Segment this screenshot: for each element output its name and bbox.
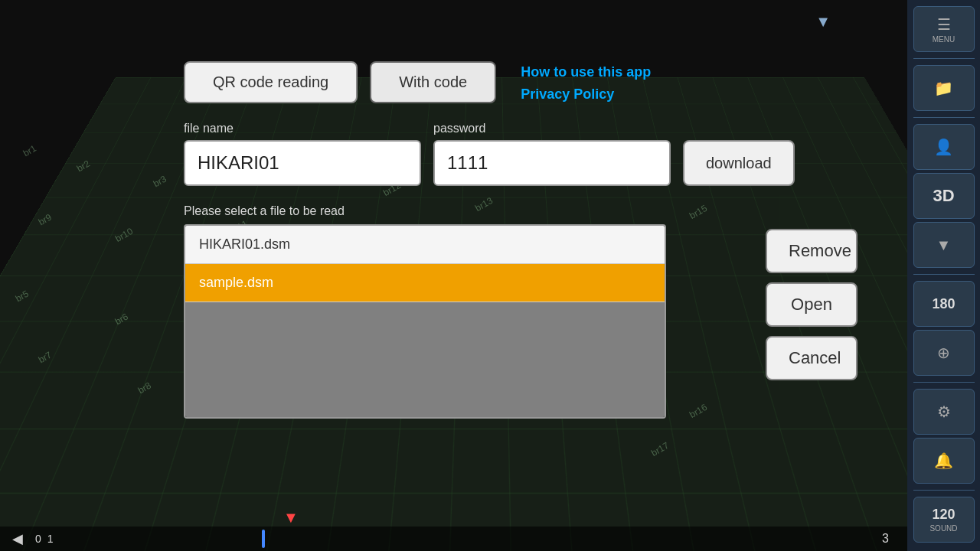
sidebar-divider-5 (913, 490, 975, 491)
arrow-down-icon: ▼ (936, 236, 952, 254)
sound-level-button[interactable]: 120 SOUND (913, 497, 975, 543)
sound-level: 120 (932, 507, 955, 523)
action-buttons: Remove Open Cancel (766, 204, 858, 380)
sidebar-divider-3 (913, 274, 975, 275)
progress-indicator (262, 530, 265, 548)
crosshair-button[interactable]: ⊕ (913, 330, 975, 376)
person-button[interactable]: 👤 (913, 124, 975, 170)
file-list-empty-area[interactable] (185, 302, 665, 417)
remove-button[interactable]: Remove (766, 229, 858, 273)
hamburger-icon: ☰ (937, 15, 951, 34)
password-input[interactable] (433, 140, 671, 186)
compass-num: 180 (932, 296, 955, 312)
down-arrow-red: ▼ (283, 509, 299, 527)
password-label: password (433, 122, 671, 135)
sidebar-divider-1 (913, 58, 975, 59)
sidebar-divider-4 (913, 382, 975, 383)
form-row: file name password download (184, 122, 858, 186)
sound-label: SOUND (929, 524, 957, 533)
folder-button[interactable]: 📁 (913, 65, 975, 111)
3d-button[interactable]: 3D (913, 173, 975, 219)
right-arrow[interactable]: ▼ (815, 13, 831, 31)
main-dialog: QR code reading With code How to use thi… (184, 61, 858, 419)
bottom-numbers: 0 1 (35, 533, 54, 545)
file-list-section: Please select a file to be read HIKARI01… (184, 204, 858, 419)
right-sidebar: ☰ MENU 📁 👤 3D ▼ 180 ⊕ ⚙ 🔔 120 SOUND (907, 0, 980, 551)
open-button[interactable]: Open (766, 282, 858, 327)
code-tab-button[interactable]: With code (370, 61, 496, 103)
password-group: password (433, 122, 671, 186)
cancel-button[interactable]: Cancel (766, 336, 858, 380)
file-list-instruction: Please select a file to be read (184, 204, 756, 218)
menu-button[interactable]: ☰ MENU (913, 6, 975, 52)
crosshair-icon: ⊕ (937, 344, 950, 362)
filename-input[interactable] (184, 140, 421, 186)
arrow-down-button[interactable]: ▼ (913, 222, 975, 268)
person-icon: 👤 (934, 138, 953, 156)
sidebar-divider-2 (913, 117, 975, 118)
settings-button[interactable]: ⚙ (913, 389, 975, 435)
left-arrow[interactable]: ◀ (12, 530, 23, 547)
page-number: 3 (882, 532, 889, 546)
privacy-link[interactable]: Privacy Policy (521, 86, 651, 103)
links-column: How to use this app Privacy Policy (521, 61, 651, 103)
filename-group: file name (184, 122, 421, 186)
progress-bar-area (66, 530, 462, 548)
download-button[interactable]: download (683, 140, 795, 186)
bottom-num1: 0 (35, 533, 41, 545)
top-buttons-row: QR code reading With code How to use thi… (184, 61, 858, 103)
compass-button[interactable]: 180 (913, 281, 975, 327)
bottom-num2: 1 (47, 533, 54, 545)
menu-label: MENU (933, 35, 955, 44)
filename-label: file name (184, 122, 421, 135)
bottom-bar: ◀ 0 1 ▼ 3 ▼ (0, 527, 907, 551)
bell-icon: 🔔 (934, 452, 953, 470)
qr-tab-button[interactable]: QR code reading (184, 61, 358, 103)
how-to-link[interactable]: How to use this app (521, 64, 651, 80)
gear-icon: ⚙ (937, 403, 951, 421)
file-list: HIKARI01.dsm sample.dsm (184, 224, 666, 419)
notification-button[interactable]: 🔔 (913, 438, 975, 484)
3d-label: 3D (933, 186, 954, 206)
folder-icon: 📁 (934, 79, 953, 97)
file-item-hikari[interactable]: HIKARI01.dsm (185, 226, 665, 264)
file-item-sample[interactable]: sample.dsm (185, 264, 665, 302)
file-list-container: Please select a file to be read HIKARI01… (184, 204, 756, 419)
